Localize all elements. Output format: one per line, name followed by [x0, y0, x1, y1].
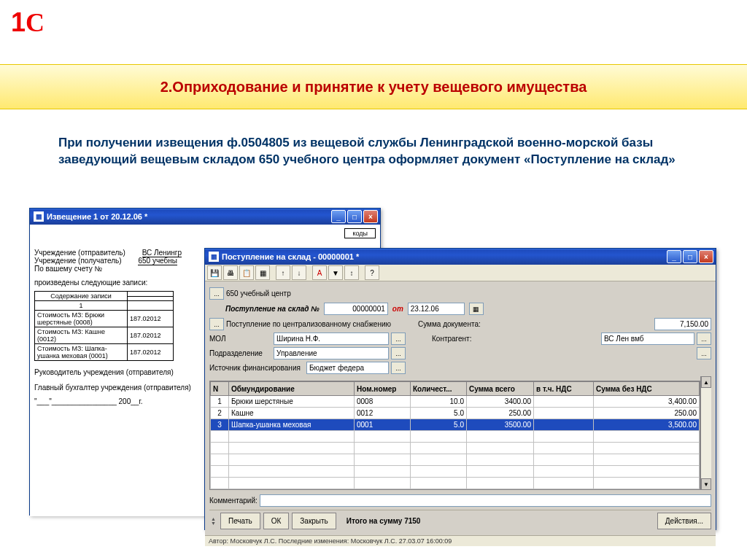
- komm-label: Комментарий:: [209, 497, 258, 505]
- doc-number-input[interactable]: 00000001: [324, 303, 388, 315]
- sort-az-icon[interactable]: A: [312, 265, 327, 280]
- mol-label: МОЛ: [209, 335, 271, 343]
- maximize-button[interactable]: □: [347, 210, 362, 223]
- ok-button[interactable]: ОК: [263, 513, 290, 529]
- maximize-button[interactable]: □: [683, 250, 697, 263]
- minimize-button[interactable]: _: [667, 250, 681, 263]
- close-button[interactable]: ×: [699, 250, 713, 263]
- app-icon: ▦: [209, 252, 219, 262]
- kody-box: коды: [344, 228, 376, 238]
- tool-table-icon[interactable]: ▦: [255, 265, 270, 280]
- itogo-label: Итого на сумму 7150: [347, 517, 421, 525]
- actions-button[interactable]: Действия...: [657, 513, 711, 529]
- header-label: Поступление на склад №: [225, 305, 320, 313]
- mol-pick-button[interactable]: ...: [391, 332, 406, 345]
- post-label: Поступление по централизованному снабжен…: [226, 320, 416, 328]
- table-row[interactable]: 1Брюки шерстяные000810.03400.003,400.00: [211, 396, 700, 408]
- tool-save-icon[interactable]: 💾: [207, 265, 222, 280]
- table-row: Стоимость МЗ: Шапка-ушанка меховая (0001…: [35, 344, 174, 361]
- tool-print-icon[interactable]: 🖶: [223, 265, 238, 280]
- ist-input[interactable]: Бюджет федера: [306, 362, 389, 374]
- comment-input[interactable]: [260, 494, 711, 507]
- podr-label: Подразделение: [209, 349, 271, 357]
- col-sum[interactable]: Сумма всего: [467, 382, 534, 396]
- arrow-up-icon[interactable]: ↑: [276, 265, 290, 280]
- window1-titlebar[interactable]: ▦ Извещение 1 от 20.12.06 * _ □ ×: [30, 209, 380, 225]
- col-num: 1: [35, 301, 128, 311]
- sum-value: 7,150.00: [654, 318, 711, 330]
- select-centr-button[interactable]: ...: [209, 287, 224, 300]
- tool-copy-icon[interactable]: 📋: [239, 265, 254, 280]
- ot-label: от: [392, 305, 403, 313]
- col-kol[interactable]: Количест...: [411, 382, 467, 396]
- entries-table: Содержание записи 1 Стоимость МЗ: Брюки …: [34, 291, 174, 361]
- toolbar: 💾 🖶 📋 ▦ ↑ ↓ A ▼ ↕ ?: [205, 265, 716, 281]
- table-row: Стоимость МЗ: Кашне (0012)187.02012: [35, 327, 174, 344]
- help-icon[interactable]: ?: [365, 265, 379, 280]
- kontr-input[interactable]: ВС Лен вмб: [601, 332, 694, 345]
- window-postuplenie: ▦ Поступление на склад - 00000001 * _ □ …: [204, 248, 716, 530]
- window2-titlebar[interactable]: ▦ Поступление на склад - 00000001 * _ □ …: [205, 249, 716, 265]
- col-obm[interactable]: Обмундирование: [229, 382, 355, 396]
- kontr-pick-button[interactable]: ...: [697, 332, 711, 345]
- scroll-up-icon[interactable]: ▲: [701, 376, 711, 388]
- window1-title: Извещение 1 от 20.12.06 *: [47, 212, 331, 221]
- close-button[interactable]: ×: [363, 210, 378, 223]
- sender-label: Учреждение (отправитель): [34, 249, 125, 257]
- select-post-button[interactable]: ...: [209, 318, 224, 330]
- receiver-label: Учреждение (получатель): [34, 257, 122, 265]
- col-nom[interactable]: Ном.номер: [355, 382, 411, 396]
- logo: 1С: [11, 7, 44, 38]
- sum-label: Сумма документа:: [418, 320, 481, 328]
- table-row[interactable]: 3Шапка-ушанка меховая00015.03500.003,500…: [211, 419, 700, 431]
- nav-arrows[interactable]: ▲▼: [209, 516, 217, 527]
- filter-icon[interactable]: ▼: [328, 265, 343, 280]
- col-n[interactable]: N: [211, 382, 229, 396]
- kontr-label: Контрагент:: [432, 335, 471, 343]
- close-form-button[interactable]: Закрыть: [292, 513, 336, 529]
- vertical-scrollbar[interactable]: ▲ ▼: [700, 376, 711, 490]
- doc-date-input[interactable]: 23.12.06: [408, 303, 465, 315]
- minimize-button[interactable]: _: [331, 210, 346, 223]
- slide: 1С 2.Оприходование и принятие к учету ве…: [0, 0, 747, 560]
- window2-title: Поступление на склад - 00000001 *: [222, 252, 667, 261]
- title-bar: 2.Оприходование и принятие к учету вещев…: [0, 64, 747, 109]
- col-bez[interactable]: Сумма без НДС: [594, 382, 700, 396]
- podr-pick-button[interactable]: ...: [391, 347, 406, 359]
- page-title: 2.Оприходование и принятие к учету вещев…: [160, 79, 587, 96]
- receiver-value: 650 учебны: [138, 257, 177, 265]
- table-row: Стоимость МЗ: Брюки шерстяные (0008)187.…: [35, 311, 174, 327]
- app-icon: ▦: [34, 211, 44, 222]
- arrow-down-icon[interactable]: ↓: [292, 265, 306, 280]
- centr-value: 650 учебный центр: [226, 289, 291, 298]
- col-soderzh: Содержание записи: [35, 292, 128, 301]
- description: При получении извещения ф.0504805 из вещ…: [58, 135, 703, 168]
- status-bar: Автор: Московчук Л.С. Последние изменени…: [205, 535, 716, 546]
- calendar-icon[interactable]: ▦: [469, 303, 484, 315]
- col-nds[interactable]: в т.ч. НДС: [534, 382, 594, 396]
- ist-label: Источник финансирования: [209, 364, 304, 372]
- table-row[interactable]: 2Кашне00125.0250.00250.00: [211, 408, 700, 419]
- podr-input[interactable]: Управление: [274, 347, 389, 359]
- items-grid[interactable]: N Обмундирование Ном.номер Количест... С…: [209, 381, 700, 490]
- scroll-down-icon[interactable]: ▼: [701, 478, 711, 490]
- kontr-extra-button[interactable]: ...: [697, 347, 711, 359]
- sort-icon[interactable]: ↕: [344, 265, 359, 280]
- print-button[interactable]: Печать: [220, 513, 260, 529]
- ist-pick-button[interactable]: ...: [391, 362, 406, 374]
- mol-input[interactable]: Ширина Н.Ф.: [274, 332, 389, 345]
